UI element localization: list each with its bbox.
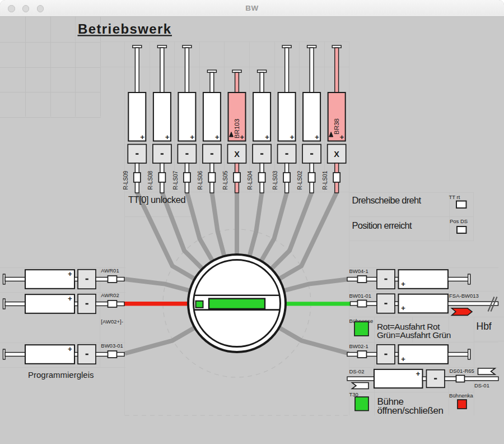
svg-text:+: + xyxy=(68,345,72,353)
svg-text:TT[0] unlocked: TT[0] unlocked xyxy=(128,195,185,205)
svg-text:BR103: BR103 xyxy=(234,119,240,138)
svg-text:+: + xyxy=(265,133,269,141)
svg-text:FSA-BW013: FSA-BW013 xyxy=(449,293,479,299)
svg-text:AWR02: AWR02 xyxy=(101,292,119,298)
svg-text:R-LS09: R-LS09 xyxy=(123,170,129,189)
svg-text:+: + xyxy=(165,133,170,141)
svg-text:BW02-1: BW02-1 xyxy=(349,343,368,349)
svg-text:+: + xyxy=(401,355,405,363)
svg-text:+: + xyxy=(190,133,194,141)
svg-text:BW04-1: BW04-1 xyxy=(349,268,368,274)
svg-text:Pos DS: Pos DS xyxy=(450,218,468,224)
svg-text:+: + xyxy=(240,133,244,141)
svg-text:+: + xyxy=(401,280,405,288)
svg-text:R-LS03: R-LS03 xyxy=(272,170,278,189)
svg-text:X: X xyxy=(234,150,240,159)
svg-text:+: + xyxy=(315,133,319,141)
svg-text:BW01-01: BW01-01 xyxy=(349,293,372,299)
svg-text:R-LS06: R-LS06 xyxy=(197,170,203,189)
svg-text:+: + xyxy=(340,133,344,141)
svg-text:X: X xyxy=(334,150,339,159)
svg-text:+: + xyxy=(416,369,421,378)
svg-text:Drehscheibe dreht: Drehscheibe dreht xyxy=(352,195,422,205)
svg-text:TT rt: TT rt xyxy=(449,194,460,200)
svg-text:R-LS04: R-LS04 xyxy=(247,170,253,189)
svg-text:+: + xyxy=(68,270,72,278)
svg-text:R-LS05: R-LS05 xyxy=(222,170,228,189)
svg-text:DS-02: DS-02 xyxy=(349,368,365,374)
svg-text:Position erreicht: Position erreicht xyxy=(352,220,413,230)
svg-text:Betriebswerk: Betriebswerk xyxy=(78,21,172,36)
svg-text:+: + xyxy=(215,133,220,141)
svg-text:R-LS02: R-LS02 xyxy=(297,170,303,189)
svg-text:R-LS07: R-LS07 xyxy=(172,170,179,189)
svg-text:AWR01: AWR01 xyxy=(101,267,119,274)
svg-text:BW03-01: BW03-01 xyxy=(101,343,123,349)
svg-text:Bühnenka: Bühnenka xyxy=(449,392,474,399)
svg-text:R-LS01: R-LS01 xyxy=(322,170,328,189)
svg-text:öffnen/schließen: öffnen/schließen xyxy=(377,405,444,416)
svg-text:+: + xyxy=(140,133,144,141)
svg-text:DS-01: DS-01 xyxy=(474,382,489,388)
svg-text:DS01-R65: DS01-R65 xyxy=(450,368,474,374)
svg-text:+: + xyxy=(68,294,72,303)
svg-text:+: + xyxy=(290,133,294,141)
svg-text:R-LS08: R-LS08 xyxy=(147,170,153,189)
svg-text:BR38: BR38 xyxy=(333,118,340,135)
svg-text:Hbf: Hbf xyxy=(477,321,492,332)
svg-text:Grün=Ausfahrt Grün: Grün=Ausfahrt Grün xyxy=(377,330,451,340)
svg-text:Programmiergleis: Programmiergleis xyxy=(28,370,94,380)
svg-text:+: + xyxy=(401,304,405,312)
svg-text:[AW02+]-: [AW02+]- xyxy=(101,318,123,325)
